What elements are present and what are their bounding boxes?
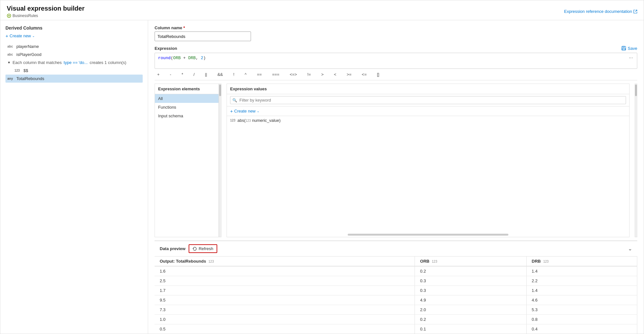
left-panel: Derived Columns + Create new ⌄ abc playe… — [0, 20, 148, 334]
expression-editor[interactable]: round(ORB + DRB, 2) ··· — [155, 53, 637, 69]
required-star: * — [183, 25, 185, 30]
save-icon — [621, 46, 626, 51]
op-pipe-pipe[interactable]: || — [204, 71, 209, 77]
list-item[interactable]: abc isPlayerGood — [5, 50, 143, 59]
derived-columns-title: Derived Columns — [5, 25, 143, 31]
expr-elem-input-schema[interactable]: Input schema — [155, 112, 219, 120]
preview-table-body: 1.60.21.42.50.32.21.70.31.49.54.94.67.32… — [155, 266, 637, 334]
type-badge: abc — [7, 53, 14, 56]
col-badge: 123 — [543, 260, 549, 263]
expr-elem-all[interactable]: All — [155, 94, 219, 103]
save-button[interactable]: Save — [621, 46, 637, 51]
table-row: 1.70.31.4 — [155, 286, 637, 295]
expression-elements-header: Expression elements — [155, 84, 219, 94]
op-plus[interactable]: + — [156, 71, 161, 77]
filter-keyword-input[interactable] — [230, 96, 626, 104]
op-lte[interactable]: <= — [361, 71, 368, 77]
save-label: Save — [628, 46, 637, 51]
table-cell: 1.4 — [526, 266, 637, 276]
type-badge: abc — [7, 45, 14, 48]
list-item-selected[interactable]: any TotalRebounds — [5, 75, 143, 83]
refresh-label: Refresh — [199, 246, 213, 251]
section-divider[interactable]: ▼ Each column that matches type == 'do..… — [5, 59, 143, 67]
expand-arrow-icon: ▼ — [7, 61, 11, 64]
op-exclaim[interactable]: ! — [232, 71, 236, 77]
collapse-button[interactable]: ⌄ — [628, 246, 632, 252]
table-cell: 0.5 — [155, 324, 415, 334]
expr-elem-functions[interactable]: Functions — [155, 103, 219, 112]
filter-input-wrap: 🔍 — [227, 94, 629, 106]
main-body: Derived Columns + Create new ⌄ abc playe… — [0, 20, 644, 334]
table-cell: 5.3 — [526, 305, 637, 315]
table-cell: 0.3 — [415, 286, 526, 295]
create-new-label: Create new — [10, 33, 31, 38]
expression-value-item[interactable]: 123 abs(123 numeric_value) — [227, 116, 629, 125]
table-header-drb: DRB 123 — [526, 257, 637, 266]
op-not-eq[interactable]: != — [306, 71, 312, 77]
list-item[interactable]: abc playerName — [5, 42, 143, 50]
type-link[interactable]: type == 'do... — [64, 60, 88, 65]
op-brackets[interactable]: [] — [376, 71, 380, 77]
op-eq-eq[interactable]: == — [255, 71, 263, 77]
table-row: 2.50.32.2 — [155, 276, 637, 286]
table-cell: 2.0 — [415, 305, 526, 315]
expression-section: Expression Save round(ORB + DRB, 2) — [155, 46, 637, 237]
op-gte[interactable]: >= — [345, 71, 353, 77]
svg-rect-2 — [622, 46, 626, 50]
expression-values-header: Expression values — [227, 84, 629, 94]
svg-rect-3 — [623, 46, 624, 48]
table-cell: 0.8 — [526, 315, 637, 324]
creates-text: creates 1 column(s) — [90, 60, 126, 65]
column-list: abc playerName abc isPlayerGood ▼ Each c… — [5, 42, 143, 83]
svg-rect-4 — [622, 49, 625, 50]
expression-label: Expression — [155, 46, 177, 51]
op-caret[interactable]: ^ — [243, 71, 248, 77]
right-panel: Column name * Expression Save — [148, 20, 644, 334]
match-text: Each column that matches — [13, 60, 62, 65]
type-badge: any — [7, 77, 14, 80]
page-title: Visual expression builder — [7, 5, 85, 12]
table-row: 9.54.94.6 — [155, 295, 637, 305]
op-multiply[interactable]: * — [180, 71, 184, 77]
refresh-icon — [192, 247, 197, 251]
table-cell: 7.3 — [155, 305, 415, 315]
list-item[interactable]: 123 $$ — [5, 67, 143, 75]
expression-values-panel: Expression values 🔍 + Create new ⌄ — [227, 84, 630, 237]
refresh-button[interactable]: Refresh — [189, 244, 217, 253]
table-cell: 1.7 — [155, 286, 415, 295]
table-row: 1.00.20.8 — [155, 315, 637, 324]
expr-elements-row: Expression elements All Functions Input … — [155, 84, 637, 237]
table-cell: 9.5 — [155, 295, 415, 305]
create-new-expression-value-button[interactable]: + Create new ⌄ — [227, 106, 629, 116]
table-header-output: Output: TotalRebounds 123 — [155, 257, 415, 266]
table-cell: 4.9 — [415, 295, 526, 305]
op-lt[interactable]: < — [333, 71, 338, 77]
table-row: 0.50.10.4 — [155, 324, 637, 334]
op-divide[interactable]: / — [192, 71, 196, 77]
op-gt[interactable]: > — [320, 71, 325, 77]
expression-reference-link[interactable]: Expression reference documentation — [564, 9, 637, 14]
expr-elements-list: All Functions Input schema — [155, 94, 219, 237]
plus-icon: + — [5, 33, 8, 39]
column-name-input[interactable] — [155, 32, 251, 41]
operator-row: + - * / || && ! ^ == === <=> != > < >= <… — [155, 69, 637, 80]
create-new-button[interactable]: + Create new ⌄ — [5, 33, 143, 39]
col-badge: 123 — [209, 260, 214, 263]
column-name-section: Column name * — [155, 25, 637, 41]
op-and-and[interactable]: && — [216, 71, 224, 77]
op-spaceship[interactable]: <=> — [288, 71, 298, 77]
top-bar: Visual expression builder BusinessRules … — [0, 0, 644, 20]
op-eq-eq-eq[interactable]: === — [271, 71, 281, 77]
plus-icon: + — [230, 108, 233, 114]
filter-input-container: 🔍 — [230, 96, 626, 104]
more-options-button[interactable]: ··· — [629, 55, 633, 61]
table-cell: 2.2 — [526, 276, 637, 286]
table-cell: 0.3 — [415, 276, 526, 286]
table-cell: 4.6 — [526, 295, 637, 305]
table-cell: 0.4 — [526, 324, 637, 334]
chevron-down-icon: ⌄ — [32, 34, 35, 38]
table-cell: 1.6 — [155, 266, 415, 276]
business-rules-icon — [7, 14, 11, 18]
op-minus[interactable]: - — [169, 71, 173, 77]
create-new-label: Create new — [234, 109, 255, 113]
